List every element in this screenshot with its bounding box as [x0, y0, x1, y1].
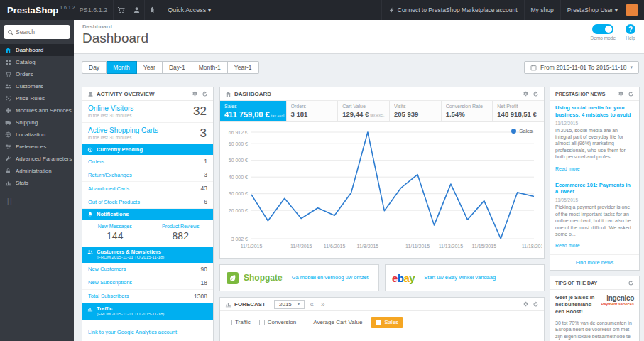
- online-visitors-link[interactable]: Online Visitors: [88, 104, 207, 112]
- sidebar-item-advanced-parameters[interactable]: Advanced Parameters: [0, 153, 74, 165]
- forecast-legend-traffic[interactable]: Traffic: [227, 319, 251, 325]
- topbar: PrestaShop1.6.1.2 PS1.6.1.2 Quick Access…: [0, 0, 644, 20]
- sidebar-item-price-rules[interactable]: Price Rules: [0, 92, 74, 104]
- total-subscribers-link[interactable]: Total Subscribers: [88, 293, 129, 299]
- kpi-net-profit[interactable]: Net Profit 148 918,51 €: [492, 101, 544, 121]
- kpi-conversion-rate[interactable]: Conversion Rate 1.54%: [441, 101, 493, 121]
- product-reviews-link[interactable]: Product Reviews: [150, 224, 212, 229]
- year-select[interactable]: 2015 ▾: [274, 300, 305, 309]
- google-analytics-link[interactable]: Link to your Google Analytics account: [88, 329, 177, 335]
- sales-chart-area: 3 082 €20 000 €30 000 €40 000 €50 000 €6…: [220, 122, 544, 253]
- sidebar-item-catalog[interactable]: Catalog: [0, 56, 74, 68]
- sidebar-item-modules-and-services[interactable]: Modules and Services: [0, 104, 74, 117]
- rocket-icon[interactable]: [144, 0, 160, 20]
- new-messages-link[interactable]: New Messages: [84, 224, 146, 229]
- refresh-icon[interactable]: [533, 91, 539, 97]
- kpi-cart-value[interactable]: Cart Value 129,44 €tax excl.: [337, 101, 389, 121]
- pending-orders-link[interactable]: Orders: [88, 158, 104, 165]
- article-title-link[interactable]: Ecommerce 101: Payments in a Tweet: [555, 182, 634, 196]
- sidebar-item-stats[interactable]: Stats: [0, 177, 74, 189]
- help-icon[interactable]: ?: [626, 24, 635, 34]
- sidebar-item-dashboard[interactable]: Dashboard: [0, 44, 74, 56]
- help-widget: ? Help: [626, 24, 635, 40]
- new-messages-cell: New Messages 144: [82, 220, 148, 247]
- quick-access-menu[interactable]: Quick Access ▾: [160, 0, 218, 20]
- kpi-sales[interactable]: Sales 411 759,00 €tax excl.: [220, 101, 286, 121]
- refresh-icon[interactable]: [533, 301, 539, 308]
- gear-icon[interactable]: [523, 91, 529, 97]
- calendar-icon: [530, 65, 537, 71]
- sidebar-item-localization[interactable]: Localization: [0, 129, 74, 141]
- svg-text:40 000 €: 40 000 €: [229, 175, 248, 180]
- search-input[interactable]: [16, 28, 70, 36]
- total-subscribers-row: Total Subscribers 1308: [82, 290, 213, 303]
- out-of-stock-link[interactable]: Out of Stock Products: [88, 199, 140, 205]
- sidebar-item-customers[interactable]: Customers: [0, 80, 74, 92]
- refresh-icon[interactable]: [628, 280, 634, 286]
- period-day-1-button[interactable]: Day-1: [163, 61, 192, 74]
- forecast-panel: FORECAST 2015 ▾ « » Traffic Conversion A…: [219, 297, 545, 341]
- date-range-button[interactable]: From 2015-11-01 To 2015-11-18 ▾: [524, 61, 639, 74]
- sidebar-collapse-button[interactable]: ||: [0, 197, 74, 205]
- article-date: 11/12/2015: [555, 121, 634, 126]
- gear-icon[interactable]: [618, 91, 624, 97]
- user-icon[interactable]: [129, 0, 144, 20]
- sidebar-item-shipping[interactable]: Shipping: [0, 117, 74, 129]
- pending-returns-link[interactable]: Return/Exchanges: [88, 172, 132, 178]
- date-range-label: From 2015-11-01 To 2015-11-18: [540, 64, 626, 71]
- marketplace-link[interactable]: Connect to PrestaShop Marketplace accoun…: [381, 0, 524, 20]
- forecast-legend-conversion[interactable]: Conversion: [259, 319, 296, 325]
- header-widgets: Demo mode ? Help: [591, 24, 635, 40]
- refresh-icon[interactable]: [628, 91, 634, 97]
- new-customers-link[interactable]: New Customers: [88, 266, 126, 272]
- read-more-link[interactable]: Read more: [555, 243, 580, 248]
- svg-text:11/11/2015: 11/11/2015: [405, 244, 430, 249]
- user-avatar[interactable]: [626, 4, 638, 16]
- ebay-letter: a: [404, 272, 410, 284]
- shopgate-link[interactable]: Ga mobiel en verhoog uw omzet: [292, 274, 369, 281]
- total-subscribers-value: 1308: [194, 293, 207, 300]
- period-month-1-button[interactable]: Month-1: [192, 61, 228, 74]
- sidebar-item-label: Dashboard: [16, 47, 43, 53]
- chart-legend[interactable]: Sales: [511, 128, 533, 134]
- article-body: In 2015, social media are an integral pa…: [555, 127, 634, 161]
- bell-icon: [87, 212, 93, 217]
- cart-icon[interactable]: [113, 0, 129, 20]
- period-day-button[interactable]: Day: [82, 61, 107, 74]
- activity-icon: [87, 91, 94, 97]
- next-year-button[interactable]: »: [319, 301, 327, 308]
- period-button-group: Day Month Year Day-1 Month-1 Year-1: [82, 61, 259, 74]
- new-subscriptions-link[interactable]: New Subscriptions: [88, 279, 132, 286]
- user-menu[interactable]: PrestaShop User ▾: [560, 0, 624, 20]
- abandoned-carts-link[interactable]: Abandoned Carts: [88, 185, 129, 192]
- sidebar-item-preferences[interactable]: Preferences: [0, 141, 74, 153]
- gear-icon[interactable]: [192, 91, 198, 97]
- out-of-stock-value: 6: [204, 198, 207, 205]
- prev-year-button[interactable]: «: [307, 301, 316, 308]
- kpi-visits[interactable]: Visits 205 939: [389, 101, 441, 121]
- find-more-news-link[interactable]: Find more news: [550, 255, 639, 270]
- ebay-letter: e: [392, 272, 398, 284]
- active-carts-link[interactable]: Active Shopping Carts: [88, 126, 207, 134]
- svg-text:11/6/2015: 11/6/2015: [324, 244, 346, 249]
- forecast-legend-sales[interactable]: Sales: [371, 317, 403, 328]
- period-month-button[interactable]: Month: [107, 61, 137, 74]
- refresh-icon[interactable]: [202, 91, 208, 97]
- article-title-link[interactable]: Using social media for your business: 4 …: [555, 104, 634, 119]
- svg-text:3 082 €: 3 082 €: [231, 237, 248, 242]
- help-label: Help: [626, 36, 635, 40]
- read-more-link[interactable]: Read more: [555, 166, 580, 171]
- gear-icon[interactable]: [523, 301, 529, 308]
- kpi-orders[interactable]: Orders 3 181: [286, 101, 338, 121]
- sidebar-item-label: Customers: [16, 83, 43, 90]
- globe-icon: [5, 131, 11, 138]
- period-year-button[interactable]: Year: [137, 61, 163, 74]
- ingenico-logo: ingenico Payment services: [600, 294, 634, 315]
- sidebar-item-administration[interactable]: Administration: [0, 165, 74, 177]
- my-shop-link[interactable]: My shop: [524, 0, 560, 20]
- sidebar-item-orders[interactable]: Orders: [0, 68, 74, 80]
- ebay-link[interactable]: Start uw eBay-winkel vandaag: [424, 274, 496, 281]
- forecast-legend-average-cart-value[interactable]: Average Cart Value: [305, 319, 362, 325]
- period-year-1-button[interactable]: Year-1: [228, 61, 259, 74]
- demo-mode-toggle[interactable]: [592, 24, 613, 34]
